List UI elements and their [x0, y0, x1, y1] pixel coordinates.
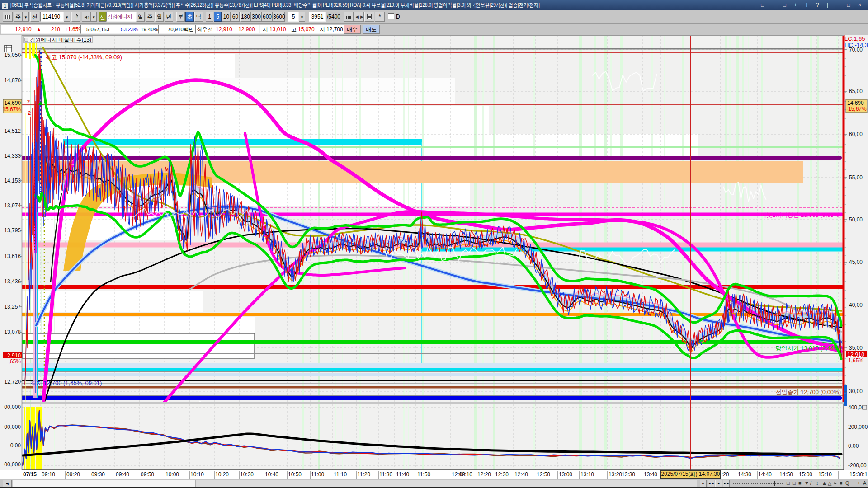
svg-text:14,870: 14,870 — [4, 77, 21, 84]
svg-text:12,720: 12,720 — [4, 379, 21, 385]
svg-text:1,65%: 1,65% — [848, 357, 863, 364]
svg-text:00,000: 00,000 — [4, 404, 21, 410]
svg-text:최고 15,070 (-14,33%, 09:09): 최고 15,070 (-14,33%, 09:09) — [45, 54, 122, 61]
svg-text:12,910: 12,910 — [847, 352, 864, 358]
svg-text:*: * — [38, 48, 41, 56]
svg-text:15,67%: 15,67% — [2, 106, 21, 113]
svg-text:13,436: 13,436 — [4, 278, 21, 285]
svg-text:60,00: 60,00 — [849, 131, 863, 137]
svg-text:400,00: 400,00 — [848, 404, 865, 411]
svg-text:2: 2 — [27, 99, 30, 104]
svg-text:15,050: 15,050 — [4, 52, 21, 58]
svg-text:14,690: 14,690 — [4, 100, 21, 106]
svg-text:00,000: 00,000 — [4, 424, 21, 430]
svg-text:40,00: 40,00 — [849, 302, 863, 308]
svg-text:-200,00: -200,00 — [848, 462, 867, 469]
svg-text:45,00: 45,00 — [849, 259, 863, 265]
svg-text:14,153: 14,153 — [4, 178, 21, 184]
svg-text:35,00: 35,00 — [849, 345, 863, 351]
svg-text:전일종가 12,700 (0,00%): 전일종가 12,700 (0,00%) — [775, 389, 841, 395]
svg-text:00,000: 00,000 — [4, 461, 21, 468]
svg-text:13,257: 13,257 — [4, 304, 21, 310]
svg-text:50,00: 50,00 — [849, 216, 863, 223]
svg-text:강원에너지 매물대 수(13): 강원에너지 매물대 수(13) — [30, 37, 91, 43]
svg-text:최저 12,700 (1,65%, 09:01): 최저 12,700 (1,65%, 09:01) — [30, 380, 102, 386]
svg-text:55,00: 55,00 — [849, 174, 863, 181]
svg-text:13,795: 13,795 — [4, 227, 21, 234]
svg-text:HC:-14,3: HC:-14,3 — [844, 42, 868, 48]
svg-text:2,910: 2,910 — [7, 352, 21, 359]
svg-text:14,690: 14,690 — [847, 100, 864, 106]
svg-text:13,616: 13,616 — [4, 253, 21, 259]
svg-text:2: 2 — [28, 110, 31, 116]
svg-text:30,00: 30,00 — [849, 388, 863, 394]
svg-text:200,000: 200,000 — [848, 424, 868, 430]
svg-text:,65%: ,65% — [9, 358, 21, 365]
svg-text:13,974: 13,974 — [4, 202, 21, 209]
svg-text:0.00: 0.00 — [848, 443, 859, 449]
svg-text:-15,67%: -15,67% — [846, 106, 867, 112]
svg-text:14,512: 14,512 — [4, 128, 21, 134]
svg-text:65,00: 65,00 — [849, 88, 863, 94]
svg-text:당일시가 13,010 (2,44%): 당일시가 13,010 (2,44%) — [775, 345, 841, 352]
svg-text:14,333: 14,333 — [4, 153, 21, 159]
svg-text:13,078: 13,078 — [4, 329, 21, 335]
svg-text:피봇1차저항선 13,963 (9,95%): 피봇1차저항선 13,963 (9,95%) — [760, 211, 841, 218]
svg-text:0.00: 0.00 — [10, 442, 21, 449]
svg-text:LC:1,65: LC:1,65 — [844, 35, 865, 42]
